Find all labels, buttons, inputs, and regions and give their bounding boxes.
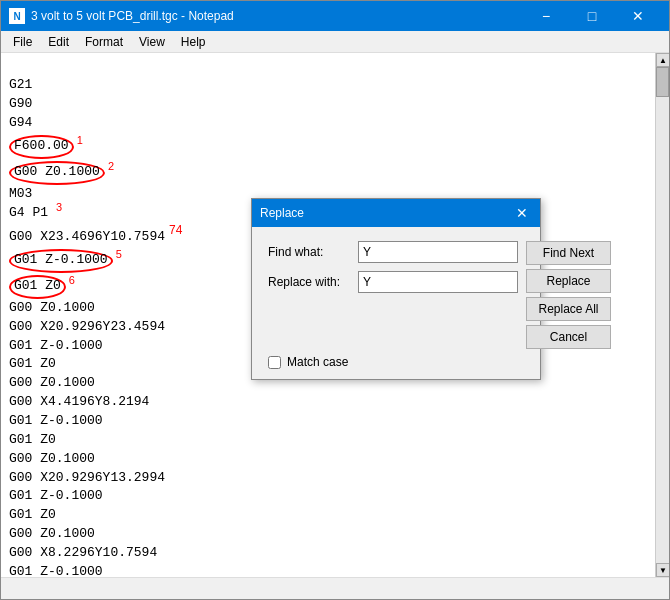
line-19: G00 Z0.1000 xyxy=(9,451,95,466)
find-next-button[interactable]: Find Next xyxy=(526,241,611,265)
annotation-num-5: 5 xyxy=(113,248,122,260)
line-16: G00 X4.4196Y8.2194 xyxy=(9,394,149,409)
menu-edit[interactable]: Edit xyxy=(40,33,77,51)
app-icon: N xyxy=(9,8,25,24)
line-17: G01 Z-0.1000 xyxy=(9,413,103,428)
line-10: G01 Z0 6 xyxy=(9,278,75,293)
scroll-down-button[interactable]: ▼ xyxy=(656,563,669,577)
line-2: G90 xyxy=(9,96,32,111)
line-18: G01 Z0 xyxy=(9,432,56,447)
scroll-thumb[interactable] xyxy=(656,67,669,97)
menu-help[interactable]: Help xyxy=(173,33,214,51)
line-5: G00 Z0.1000 2 xyxy=(9,164,114,179)
menu-format[interactable]: Format xyxy=(77,33,131,51)
line-20: G00 X20.9296Y13.2994 xyxy=(9,470,165,485)
match-case-row: Match case xyxy=(268,355,524,369)
line-21: G01 Z-0.1000 xyxy=(9,488,103,503)
vertical-scrollbar[interactable]: ▲ ▼ xyxy=(655,53,669,577)
dialog-title-bar: Replace ✕ xyxy=(252,199,540,227)
line-8: G00 X23.4696Y10.759474 xyxy=(9,229,182,244)
replace-dialog: Replace ✕ Find what: Replace with: xyxy=(251,198,541,380)
line-23: G00 Z0.1000 xyxy=(9,526,95,541)
line-24: G00 X8.2296Y10.7594 xyxy=(9,545,157,560)
find-row: Find what: xyxy=(268,241,518,263)
dialog-title: Replace xyxy=(260,206,304,220)
line-4: F600.00 1 xyxy=(9,138,83,153)
line-6: M03 xyxy=(9,186,32,201)
main-window: N 3 volt to 5 volt PCB_drill.tgc - Notep… xyxy=(0,0,670,600)
cancel-button[interactable]: Cancel xyxy=(526,325,611,349)
replace-button[interactable]: Replace xyxy=(526,269,611,293)
annotation-num-4: 74 xyxy=(169,223,182,237)
match-case-checkbox[interactable] xyxy=(268,356,281,369)
window-controls: − □ ✕ xyxy=(523,1,661,31)
line-1: G21 xyxy=(9,77,32,92)
line-3: G94 xyxy=(9,115,32,130)
window-title: 3 volt to 5 volt PCB_drill.tgc - Notepad xyxy=(31,9,523,23)
annotation-circle-6: G01 Z0 xyxy=(9,275,66,299)
line-25: G01 Z-0.1000 xyxy=(9,564,103,577)
line-11: G00 Z0.1000 xyxy=(9,300,95,315)
scroll-up-button[interactable]: ▲ xyxy=(656,53,669,67)
dialog-fields: Find what: Replace with: xyxy=(268,241,518,301)
find-label: Find what: xyxy=(268,245,358,259)
replace-input[interactable] xyxy=(358,271,518,293)
menu-bar: File Edit Format View Help xyxy=(1,31,669,53)
annotation-num-2: 2 xyxy=(105,160,114,172)
replace-row: Replace with: xyxy=(268,271,518,293)
annotation-num-3: 3 xyxy=(56,200,62,216)
annotation-circle-1: F600.00 xyxy=(9,135,74,159)
annotation-num-1: 1 xyxy=(74,133,83,145)
menu-file[interactable]: File xyxy=(5,33,40,51)
line-7: G4 P13 xyxy=(9,205,48,220)
title-bar: N 3 volt to 5 volt PCB_drill.tgc - Notep… xyxy=(1,1,669,31)
line-14: G01 Z0 xyxy=(9,356,56,371)
annotation-circle-5: G01 Z-0.1000 xyxy=(9,249,113,273)
line-22: G01 Z0 xyxy=(9,507,56,522)
annotation-num-6: 6 xyxy=(66,274,75,286)
annotation-circle-2: G00 Z0.1000 xyxy=(9,161,105,185)
scroll-track[interactable] xyxy=(656,67,669,563)
dialog-button-group: Find Next Replace Replace All Cancel xyxy=(526,241,611,349)
line-12: G00 X20.9296Y23.4594 xyxy=(9,319,165,334)
maximize-button[interactable]: □ xyxy=(569,1,615,31)
menu-view[interactable]: View xyxy=(131,33,173,51)
status-bar xyxy=(1,577,669,599)
line-13: G01 Z-0.1000 xyxy=(9,338,103,353)
replace-all-button[interactable]: Replace All xyxy=(526,297,611,321)
match-case-label: Match case xyxy=(287,355,348,369)
line-15: G00 Z0.1000 xyxy=(9,375,95,390)
find-input[interactable] xyxy=(358,241,518,263)
replace-label: Replace with: xyxy=(268,275,358,289)
content-area: G21 G90 G94 F600.00 1 G00 Z0.1000 2 M03 … xyxy=(1,53,669,577)
dialog-close-button[interactable]: ✕ xyxy=(512,203,532,223)
dialog-body: Find what: Replace with: Find Next Repla… xyxy=(252,227,540,379)
line-9: G01 Z-0.1000 5 xyxy=(9,252,122,267)
close-button[interactable]: ✕ xyxy=(615,1,661,31)
minimize-button[interactable]: − xyxy=(523,1,569,31)
dialog-inner: Find what: Replace with: Find Next Repla… xyxy=(268,241,524,349)
